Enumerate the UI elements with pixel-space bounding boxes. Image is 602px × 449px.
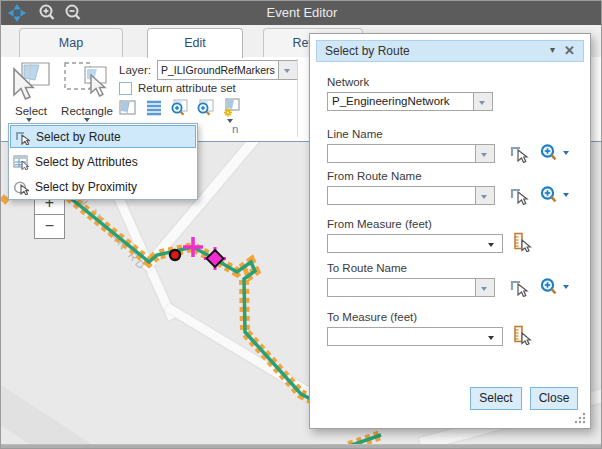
close-button[interactable]: Close [530, 387, 578, 410]
tab-map[interactable]: Map [19, 28, 123, 57]
event-marker-red [170, 250, 180, 260]
line-pick-on-map-icon[interactable] [507, 143, 529, 163]
menu-item-label: Select by Route [36, 130, 121, 144]
window-bottom-edge [1, 444, 602, 449]
to-route-zoom-caret-icon[interactable] [563, 285, 569, 289]
line-zoom-icon[interactable] [539, 143, 561, 163]
to-route-zoom-icon[interactable] [539, 277, 561, 297]
line-name-dropdown[interactable] [327, 144, 495, 163]
line-name-label: Line Name [327, 128, 383, 140]
network-dropdown-button[interactable] [473, 93, 492, 110]
tab-edit[interactable]: Edit [147, 28, 243, 58]
group-label-partial: n [232, 123, 238, 135]
select-tool-label: Select [3, 105, 59, 117]
from-measure-combo[interactable] [327, 234, 503, 253]
rectangle-tool-caret-icon[interactable] [84, 118, 90, 122]
panel-menu-caret-icon[interactable]: ▾ [550, 44, 555, 55]
to-route-dropdown[interactable] [327, 278, 495, 297]
to-route-value [328, 279, 475, 296]
panel-header[interactable]: Select by Route ▾ ✕ [316, 40, 584, 62]
to-route-pick-on-map-icon[interactable] [507, 277, 529, 297]
select-tool-icon[interactable] [9, 60, 51, 104]
to-measure-label: To Measure (feet) [327, 311, 417, 323]
to-measure-pick-icon[interactable] [511, 325, 533, 345]
event-editor-window: Event Editor Map Edit Review Select Rect… [0, 0, 602, 449]
from-measure-caret-icon[interactable] [488, 243, 494, 247]
select-by-route-panel: Select by Route ▾ ✕ Network P_Engineerin… [309, 33, 591, 429]
from-route-zoom-caret-icon[interactable] [563, 193, 569, 197]
select-features-icon[interactable] [118, 98, 138, 118]
to-route-label: To Route Name [327, 262, 407, 274]
layer-dropdown-button[interactable] [278, 61, 297, 79]
title-bar: Event Editor [1, 1, 602, 25]
line-name-dropdown-button[interactable] [475, 145, 494, 162]
return-attribute-set-checkbox[interactable] [119, 82, 132, 95]
zoom-to-selection-icon[interactable] [169, 98, 189, 118]
network-label: Network [327, 76, 369, 88]
circle-cursor-icon [13, 179, 29, 195]
select-button[interactable]: Select [470, 387, 522, 410]
to-measure-caret-icon[interactable] [488, 336, 494, 340]
network-dropdown[interactable]: P_EngineeringNetwork [327, 92, 493, 111]
table-cursor-icon [13, 154, 29, 170]
from-measure-label: From Measure (feet) [327, 218, 432, 230]
from-route-pick-on-map-icon[interactable] [507, 185, 529, 205]
panel-title: Select by Route [325, 44, 410, 58]
menu-item-label: Select by Attributes [35, 155, 138, 169]
app-title: Event Editor [1, 5, 602, 20]
panel-close-icon[interactable]: ✕ [564, 43, 575, 58]
attribute-list-icon[interactable] [144, 98, 164, 118]
line-name-value [328, 145, 475, 162]
to-measure-value [328, 328, 502, 345]
network-value: P_EngineeringNetwork [328, 93, 473, 110]
select-tool-caret-icon[interactable] [26, 118, 32, 122]
selection-options-icon[interactable] [221, 98, 241, 118]
menu-item-select-by-attributes[interactable]: Select by Attributes [9, 149, 197, 174]
from-route-label: From Route Name [327, 170, 422, 182]
menu-item-label: Select by Proximity [35, 180, 137, 194]
pan-to-selection-icon[interactable] [195, 98, 215, 118]
rectangle-tool-label: Rectangle [57, 105, 117, 117]
panel-resize-grip[interactable] [574, 412, 586, 424]
return-attribute-set-label: Return attribute set [138, 82, 236, 94]
layer-dropdown[interactable]: P_ILIGroundRefMarkers [157, 60, 298, 80]
layer-label: Layer: [119, 64, 151, 76]
from-measure-value [328, 235, 502, 252]
select-dropdown-menu: Select by Route Select by Attributes Sel… [8, 123, 198, 200]
from-route-value [328, 187, 475, 204]
rectangle-tool-icon[interactable] [63, 61, 109, 103]
event-marker-plus [183, 237, 203, 257]
ribbon-separator [297, 59, 298, 137]
layer-dropdown-value: P_ILIGroundRefMarkers [158, 61, 278, 79]
map-zoom-out-button[interactable]: − [35, 215, 64, 238]
from-route-dropdown-button[interactable] [475, 187, 494, 204]
from-measure-pick-icon[interactable] [511, 232, 533, 252]
line-zoom-caret-icon[interactable] [563, 151, 569, 155]
from-route-zoom-icon[interactable] [539, 185, 561, 205]
menu-item-select-by-proximity[interactable]: Select by Proximity [9, 174, 197, 199]
menu-item-select-by-route[interactable]: Select by Route [10, 125, 196, 148]
route-cursor-icon [14, 129, 30, 145]
from-route-dropdown[interactable] [327, 186, 495, 205]
to-route-dropdown-button[interactable] [475, 279, 494, 296]
to-measure-combo[interactable] [327, 327, 503, 346]
